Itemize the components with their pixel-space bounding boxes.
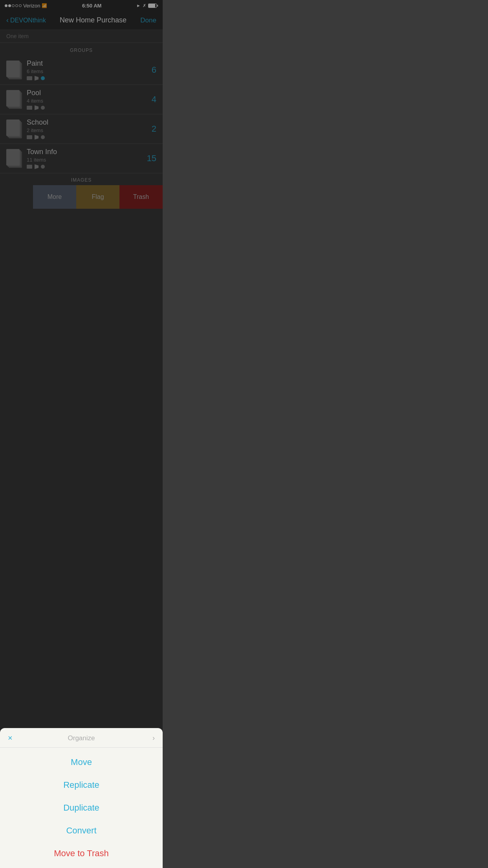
item-info: School 2 items xyxy=(27,118,152,140)
item-name: Town Info xyxy=(27,148,147,156)
dot-5 xyxy=(19,4,22,7)
one-item-row: One item xyxy=(0,30,163,43)
content-area: One item GROUPS Paint 6 items 6 xyxy=(0,30,163,209)
images-section-header: IMAGES xyxy=(0,173,163,185)
wifi-icon: 📶 xyxy=(42,3,47,8)
folder-icon xyxy=(6,120,22,138)
item-name: Paint xyxy=(27,59,152,68)
swipe-spacer xyxy=(0,185,33,209)
item-badge: 4 xyxy=(152,94,156,105)
flag-icon xyxy=(35,135,39,140)
location-icon: ► xyxy=(136,3,141,8)
status-left: Verizon 📶 xyxy=(5,3,47,9)
flag-icon xyxy=(35,164,39,169)
item-count: 4 items xyxy=(27,98,152,104)
item-count: 6 items xyxy=(27,68,152,74)
item-info: Paint 6 items xyxy=(27,59,152,81)
swipe-trash-button[interactable]: Trash xyxy=(119,185,163,209)
tag-dot-gray xyxy=(41,135,45,139)
status-right: ► ✗ xyxy=(136,3,158,8)
item-badge: 2 xyxy=(152,124,156,134)
folder-icon xyxy=(6,149,22,168)
item-info: Pool 4 items xyxy=(27,89,152,110)
flag-icon xyxy=(35,76,39,81)
signal-dots xyxy=(5,4,22,7)
status-time: 6:50 AM xyxy=(82,3,101,9)
swipe-more-button[interactable]: More xyxy=(33,185,76,209)
status-bar: Verizon 📶 6:50 AM ► ✗ xyxy=(0,0,163,11)
item-badge: 6 xyxy=(152,65,156,75)
item-count: 2 items xyxy=(27,127,152,133)
nav-back-button[interactable]: ‹ DEVONthink xyxy=(6,16,46,24)
item-tags xyxy=(27,135,152,140)
item-count: 11 items xyxy=(27,157,147,163)
tag-dot-blue xyxy=(41,76,45,80)
item-tags xyxy=(27,164,147,169)
dot-2 xyxy=(8,4,11,7)
item-name: Pool xyxy=(27,89,152,97)
battery-icon xyxy=(148,4,158,8)
one-item-label: One item xyxy=(6,33,29,39)
item-badge: 15 xyxy=(147,153,156,164)
tag-dot-gray xyxy=(41,165,45,169)
tag-icon xyxy=(27,76,32,80)
nav-back-label: DEVONthink xyxy=(10,17,46,24)
nav-done-button[interactable]: Done xyxy=(140,17,156,24)
dot-3 xyxy=(12,4,15,7)
list-item[interactable]: Town Info 11 items 15 xyxy=(0,144,163,173)
carrier-label: Verizon xyxy=(23,3,40,9)
swipe-flag-button[interactable]: Flag xyxy=(76,185,119,209)
item-tags xyxy=(27,76,152,81)
tag-icon xyxy=(27,165,32,169)
bluetooth-icon: ✗ xyxy=(143,3,146,8)
back-chevron-icon: ‹ xyxy=(6,16,9,24)
folder-icon xyxy=(6,90,22,109)
flag-icon xyxy=(35,105,39,110)
list-item[interactable]: School 2 items 2 xyxy=(0,114,163,144)
item-info: Town Info 11 items xyxy=(27,148,147,169)
item-tags xyxy=(27,105,152,110)
dot-4 xyxy=(15,4,18,7)
nav-bar: ‹ DEVONthink New Home Purchase Done xyxy=(0,11,163,30)
folder-icon xyxy=(6,61,22,79)
nav-title: New Home Purchase xyxy=(60,16,127,24)
list-item[interactable]: Paint 6 items 6 xyxy=(0,55,163,85)
item-name: School xyxy=(27,118,152,127)
list-item[interactable]: Pool 4 items 4 xyxy=(0,85,163,114)
groups-section-header: GROUPS xyxy=(0,43,163,55)
dot-1 xyxy=(5,4,7,7)
tag-icon xyxy=(27,106,32,110)
tag-icon xyxy=(27,135,32,139)
tag-dot-gray xyxy=(41,106,45,110)
swipe-actions-row: More Flag Trash xyxy=(0,185,163,209)
